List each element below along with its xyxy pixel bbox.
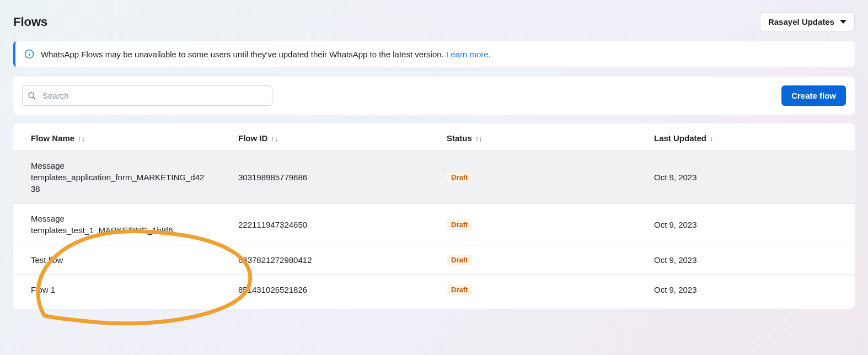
flow-name-cell: Flow 1	[31, 284, 207, 295]
column-id-label: Flow ID	[238, 133, 267, 143]
table-row[interactable]: Message templates_application_form_MARKE…	[13, 150, 855, 203]
sort-icon: ↑↓	[271, 135, 278, 143]
column-header-status[interactable]: Status↑↓	[447, 133, 654, 143]
table-row[interactable]: Flow 1851431026521826DraftOct 9, 2023	[13, 275, 855, 304]
flows-table: Flow Name↑↓ Flow ID↑↓ Status↑↓ Last Upda…	[13, 123, 855, 309]
search-icon	[28, 92, 36, 100]
chevron-down-icon	[840, 20, 846, 24]
column-header-id[interactable]: Flow ID↑↓	[238, 133, 447, 143]
flow-name-cell: Message templates_application_form_MARKE…	[31, 160, 207, 195]
flow-name-cell: Test flow	[31, 254, 207, 266]
page-title: Flows	[13, 15, 47, 29]
sort-icon: ↑↓	[78, 135, 85, 143]
sort-down-icon: ↓	[710, 135, 714, 143]
banner-period: .	[489, 50, 491, 59]
flow-id-cell: 6637821272980412	[238, 255, 447, 265]
account-dropdown-label: Rasayel Updates	[768, 17, 834, 26]
updated-cell: Oct 9, 2023	[654, 255, 837, 265]
table-row[interactable]: Test flow6637821272980412DraftOct 9, 202…	[13, 245, 855, 275]
svg-point-3	[29, 93, 34, 98]
status-badge: Draft	[447, 255, 472, 265]
account-dropdown[interactable]: Rasayel Updates	[760, 12, 855, 31]
updated-cell: Oct 9, 2023	[654, 285, 837, 294]
search-input[interactable]	[22, 85, 272, 106]
updated-cell: Oct 9, 2023	[654, 220, 837, 229]
svg-line-4	[33, 97, 35, 99]
status-badge: Draft	[447, 219, 472, 230]
create-flow-button[interactable]: Create flow	[781, 85, 846, 106]
column-status-label: Status	[447, 133, 472, 143]
column-name-label: Flow Name	[31, 133, 74, 143]
column-updated-label: Last Updated	[654, 133, 706, 143]
table-row[interactable]: Message templates_test_1_MARKETING_1b8f6…	[13, 203, 855, 245]
learn-more-link[interactable]: Learn more	[446, 50, 489, 59]
updated-cell: Oct 9, 2023	[654, 173, 837, 182]
column-header-updated[interactable]: Last Updated↓	[654, 133, 837, 143]
flow-id-cell: 222111947324650	[238, 220, 447, 229]
flow-id-cell: 303198985779686	[238, 173, 447, 182]
svg-point-2	[29, 52, 30, 53]
flow-name-cell: Message templates_test_1_MARKETING_1b8f6	[31, 213, 207, 236]
banner-message: WhatsApp Flows may be unavailable to som…	[41, 50, 446, 59]
info-banner-text: WhatsApp Flows may be unavailable to som…	[41, 50, 491, 59]
status-badge: Draft	[447, 284, 472, 295]
sort-icon: ↑↓	[475, 135, 483, 143]
info-banner: WhatsApp Flows may be unavailable to som…	[13, 41, 855, 67]
status-badge: Draft	[447, 172, 472, 182]
column-header-name[interactable]: Flow Name↑↓	[31, 133, 238, 143]
flow-id-cell: 851431026521826	[238, 285, 447, 294]
info-icon	[24, 49, 34, 59]
